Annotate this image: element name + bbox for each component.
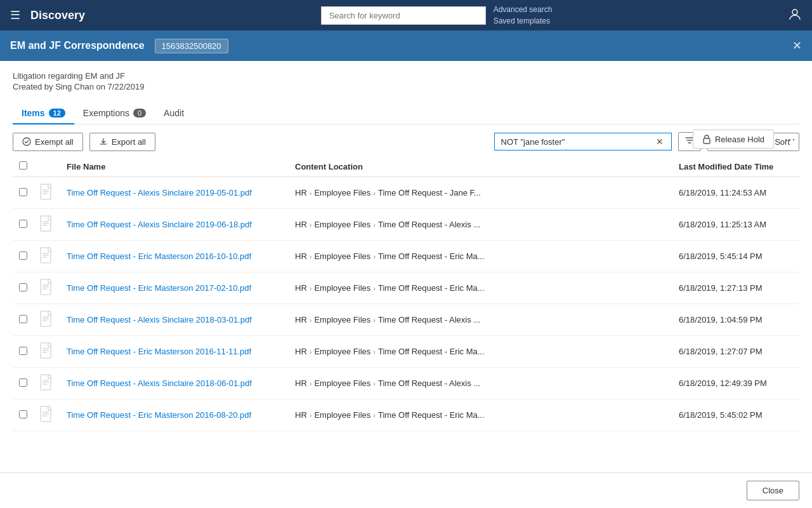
row-checkbox[interactable]: [19, 347, 27, 355]
tab-exemptions-badge: 0: [133, 109, 146, 117]
close-icon[interactable]: ✕: [792, 39, 802, 53]
file-name[interactable]: Time Off Request - Eric Masterson 2016-1…: [60, 241, 289, 272]
path-separator: ›: [373, 316, 376, 324]
location-part: HR: [295, 188, 307, 197]
content-location: HR›Employee Files›Time Off Request - Eri…: [289, 272, 672, 304]
table-row: Time Off Request - Alexis Sinclaire 2018…: [13, 304, 799, 336]
filter-input[interactable]: [501, 137, 651, 147]
select-all-checkbox[interactable]: [19, 161, 27, 170]
location-part: Time Off Request - Eric Ma...: [378, 251, 485, 261]
row-checkbox[interactable]: [19, 410, 27, 418]
file-name[interactable]: Time Off Request - Eric Masterson 2017-0…: [60, 272, 289, 304]
advanced-search-link[interactable]: Advanced search: [494, 4, 553, 15]
user-icon[interactable]: [788, 7, 802, 24]
path-separator: ›: [310, 316, 312, 324]
export-all-button[interactable]: Export all: [89, 133, 155, 151]
file-name[interactable]: Time Off Request - Eric Masterson 2016-1…: [60, 336, 289, 368]
file-type-icon: [34, 272, 60, 304]
table-row: Time Off Request - Alexis Sinclaire 2018…: [13, 368, 799, 399]
location-part: Employee Files: [314, 347, 370, 356]
search-area: Advanced search Saved templates: [95, 4, 778, 27]
file-type-icon: [34, 241, 60, 272]
col-date-header: Last Modified Date Time: [672, 156, 799, 177]
location-part: HR: [295, 347, 307, 356]
table-row: Time Off Request - Eric Masterson 2016-1…: [13, 336, 799, 368]
table-row: Time Off Request - Alexis Sinclaire 2019…: [13, 177, 799, 209]
location-part: HR: [295, 378, 307, 388]
release-hold-button[interactable]: Release Hold: [693, 130, 774, 149]
content-location: HR›Employee Files›Time Off Request - Ale…: [289, 304, 672, 336]
hamburger-icon[interactable]: ☰: [10, 8, 20, 22]
file-type-icon: [34, 336, 60, 368]
file-name[interactable]: Time Off Request - Alexis Sinclaire 2019…: [60, 177, 289, 209]
content-location: HR›Employee Files›Time Off Request - Eri…: [289, 336, 672, 368]
path-separator: ›: [310, 189, 312, 197]
row-checkbox[interactable]: [19, 220, 27, 228]
table-row: Time Off Request - Alexis Sinclaire 2019…: [13, 209, 799, 241]
row-checkbox[interactable]: [19, 251, 27, 260]
row-checkbox[interactable]: [19, 188, 27, 196]
close-button[interactable]: Close: [747, 481, 799, 500]
sub-header: EM and JF Correspondence 1563832500820 ✕: [0, 30, 812, 61]
file-name[interactable]: Time Off Request - Alexis Sinclaire 2019…: [60, 209, 289, 241]
more-options-button[interactable]: ⋯: [780, 130, 799, 149]
path-separator: ›: [373, 284, 376, 292]
file-type-icon: [34, 209, 60, 241]
bottom-bar: Close: [0, 472, 812, 508]
location-part: Employee Files: [314, 251, 370, 261]
svg-point-0: [792, 10, 797, 15]
tab-exemptions[interactable]: Exemptions 0: [74, 103, 155, 124]
lock-icon: [702, 134, 711, 144]
app-title: Discovery: [30, 9, 85, 22]
file-name[interactable]: Time Off Request - Alexis Sinclaire 2018…: [60, 368, 289, 399]
location-part: Employee Files: [314, 188, 370, 197]
case-meta: Created by Sing Chan on 7/22/2019: [13, 82, 799, 91]
path-separator: ›: [310, 380, 312, 387]
row-checkbox[interactable]: [19, 378, 27, 387]
tab-exemptions-label: Exemptions: [83, 108, 129, 118]
tab-audit[interactable]: Audit: [155, 103, 193, 124]
export-icon: [99, 137, 108, 146]
saved-templates-link[interactable]: Saved templates: [494, 15, 553, 27]
file-name[interactable]: Time Off Request - Alexis Sinclaire 2018…: [60, 304, 289, 336]
file-type-icon: [34, 399, 60, 431]
path-separator: ›: [310, 348, 312, 356]
file-name[interactable]: Time Off Request - Eric Masterson 2016-0…: [60, 399, 289, 431]
location-part: Time Off Request - Eric Ma...: [378, 410, 485, 420]
location-part: HR: [295, 315, 307, 324]
case-actions: Release Hold ⋯: [693, 130, 799, 149]
search-links: Advanced search Saved templates: [494, 4, 553, 27]
path-separator: ›: [310, 284, 312, 292]
col-location-header: Content Location: [289, 156, 672, 177]
location-part: HR: [295, 251, 307, 261]
content-location: HR›Employee Files›Time Off Request - Eri…: [289, 399, 672, 431]
tab-items-badge: 12: [49, 109, 65, 117]
last-modified-date: 6/18/2019, 5:45:14 PM: [672, 241, 799, 272]
file-type-icon: [34, 177, 60, 209]
search-input[interactable]: [321, 6, 486, 25]
exempt-all-button[interactable]: Exempt all: [13, 133, 83, 151]
svg-rect-1: [704, 138, 710, 144]
content-location: HR›Employee Files›Time Off Request - Ale…: [289, 209, 672, 241]
content-location: HR›Employee Files›Time Off Request - Ale…: [289, 368, 672, 399]
location-part: Time Off Request - Alexis ...: [378, 378, 480, 388]
row-checkbox[interactable]: [19, 315, 27, 323]
path-separator: ›: [373, 189, 376, 197]
top-nav: ☰ Discovery Advanced search Saved templa…: [0, 0, 812, 30]
row-checkbox[interactable]: [19, 283, 27, 291]
clear-filter-button[interactable]: ✕: [655, 137, 665, 147]
last-modified-date: 6/18/2019, 11:24:53 AM: [672, 177, 799, 209]
last-modified-date: 6/18/2019, 1:27:07 PM: [672, 336, 799, 368]
location-part: HR: [295, 410, 307, 420]
location-part: Time Off Request - Alexis ...: [378, 220, 480, 229]
location-part: Employee Files: [314, 315, 370, 324]
content-location: HR›Employee Files›Time Off Request - Eri…: [289, 241, 672, 272]
last-modified-date: 6/18/2019, 5:45:02 PM: [672, 399, 799, 431]
content-location: HR›Employee Files›Time Off Request - Jan…: [289, 177, 672, 209]
path-separator: ›: [310, 411, 312, 419]
exempt-icon: [22, 137, 31, 146]
location-part: Employee Files: [314, 220, 370, 229]
location-part: Employee Files: [314, 410, 370, 420]
tab-items[interactable]: Items 12: [13, 103, 74, 124]
location-part: HR: [295, 283, 307, 293]
